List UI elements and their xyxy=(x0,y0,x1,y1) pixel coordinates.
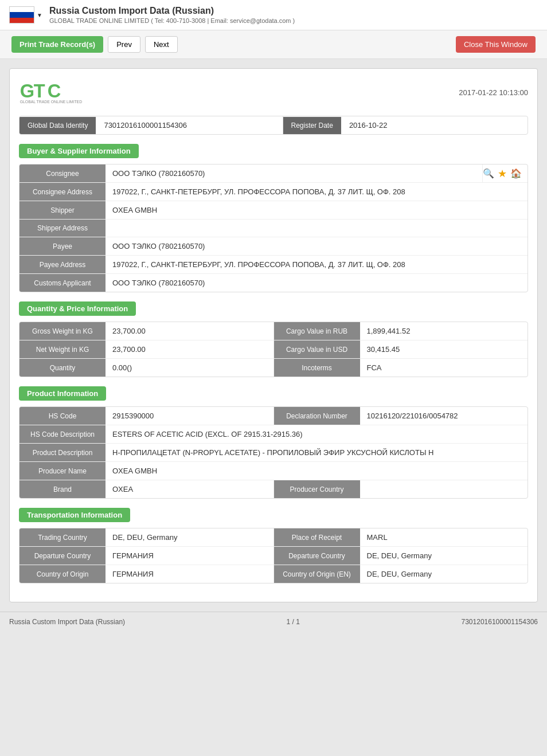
card-header: G T C GLOBAL TRADE ONLINE LIMITED 2017-0… xyxy=(19,78,528,107)
consignee-address-value: 197022, Г., САНКТ-ПЕТЕРБУРГ, УЛ. ПРОФЕСС… xyxy=(106,183,528,201)
hs-code-row: HS Code 2915390000 Declaration Number 10… xyxy=(19,407,528,425)
departure-country-en-value: DE, DEU, Germany xyxy=(360,547,528,565)
hs-code-value: 2915390000 xyxy=(106,407,274,425)
product-desc-row: Product Description Н-ПРОПИЛАЦЕТАТ (N-PR… xyxy=(19,444,528,462)
hs-code-label: HS Code xyxy=(19,407,106,425)
flag-icon xyxy=(9,6,34,23)
hs-code-desc-row: HS Code Description ESTERS OF ACETIC ACI… xyxy=(19,425,528,444)
producer-name-label: Producer Name xyxy=(19,462,106,480)
svg-text:G: G xyxy=(20,81,34,101)
quantity-price-section: Quantity & Price Information Gross Weigh… xyxy=(19,301,528,377)
quantity-row: Quantity 0.00() Incoterms FCA xyxy=(19,359,528,377)
shipper-row: Shipper OXEA GMBH xyxy=(19,201,528,220)
quantity-price-title: Quantity & Price Information xyxy=(19,301,136,316)
close-window-button[interactable]: Close This Window xyxy=(456,36,536,53)
producer-name-value: OXEA GMBH xyxy=(106,462,528,480)
main-content: G T C GLOBAL TRADE ONLINE LIMITED 2017-0… xyxy=(0,59,547,612)
place-of-receipt-value: MARL xyxy=(360,528,528,546)
incoterms-value: FCA xyxy=(360,359,528,377)
product-desc-label: Product Description xyxy=(19,444,106,461)
consignee-value: ООО ТЭЛКО (7802160570) xyxy=(106,164,483,182)
country-of-origin-en-label: Country of Origin (EN) xyxy=(274,565,360,583)
customs-applicant-row: Customs Applicant ООО ТЭЛКО (7802160570) xyxy=(19,274,528,292)
flag-dropdown-icon[interactable]: ▼ xyxy=(37,12,42,18)
buyer-supplier-grid: Consignee ООО ТЭЛКО (7802160570) 🔍 ★ 🏠 C… xyxy=(19,164,528,292)
record-datetime: 2017-01-22 10:13:00 xyxy=(459,88,528,97)
toolbar: Print Trade Record(s) Prev Next Close Th… xyxy=(0,30,547,59)
star-icon[interactable]: ★ xyxy=(498,167,507,180)
product-info-grid: HS Code 2915390000 Declaration Number 10… xyxy=(19,406,528,499)
print-button[interactable]: Print Trade Record(s) xyxy=(11,36,103,53)
gross-weight-label: Gross Weight in KG xyxy=(19,322,106,340)
svg-text:C: C xyxy=(48,81,61,101)
global-data-identity-value: 73012016100001154306 xyxy=(96,116,283,134)
search-icon[interactable]: 🔍 xyxy=(483,168,494,179)
quantity-price-grid: Gross Weight in KG 23,700.00 Cargo Value… xyxy=(19,322,528,377)
trading-country-label: Trading Country xyxy=(19,528,106,546)
country-of-origin-value: ГЕРМАНИЯ xyxy=(106,565,274,583)
consignee-icons: 🔍 ★ 🏠 xyxy=(483,164,528,182)
payee-address-row: Payee Address 197022, Г., САНКТ-ПЕТЕРБУР… xyxy=(19,256,528,274)
payee-address-value: 197022, Г., САНКТ-ПЕТЕРБУРГ, УЛ. ПРОФЕСС… xyxy=(106,256,528,273)
departure-country-en-label: Departure Country xyxy=(274,547,360,565)
register-date-value: 2016-10-22 xyxy=(341,116,528,134)
shipper-value: OXEA GMBH xyxy=(106,201,528,219)
declaration-number-value: 10216120/221016/0054782 xyxy=(360,407,528,425)
customs-applicant-label: Customs Applicant xyxy=(19,274,106,292)
transportation-title: Transportation Information xyxy=(19,508,130,522)
producer-country-label: Producer Country xyxy=(274,480,360,498)
buyer-supplier-section: Buyer & Supplier Information Consignee О… xyxy=(19,144,528,292)
producer-country-value xyxy=(360,480,528,498)
next-button[interactable]: Next xyxy=(145,36,178,53)
cargo-usd-value: 30,415.45 xyxy=(360,340,528,358)
home-icon[interactable]: 🏠 xyxy=(510,168,522,179)
place-of-receipt-label: Place of Receipt xyxy=(274,528,360,546)
producer-name-row: Producer Name OXEA GMBH xyxy=(19,462,528,480)
payee-address-label: Payee Address xyxy=(19,256,106,273)
buyer-supplier-title: Buyer & Supplier Information xyxy=(19,144,139,158)
country-of-origin-en-value: DE, DEU, Germany xyxy=(360,565,528,583)
trading-country-value: DE, DEU, Germany xyxy=(106,528,274,546)
footer-center: 1 / 1 xyxy=(287,618,300,626)
brand-value: OXEA xyxy=(106,480,274,498)
shipper-address-label: Shipper Address xyxy=(19,220,106,237)
consignee-address-row: Consignee Address 197022, Г., САНКТ-ПЕТЕ… xyxy=(19,183,528,201)
payee-label: Payee xyxy=(19,237,106,255)
gross-weight-value: 23,700.00 xyxy=(106,322,274,340)
departure-country-row: Departure Country ГЕРМАНИЯ Departure Cou… xyxy=(19,547,528,565)
header-title: Russia Custom Import Data (Russian) GLOB… xyxy=(49,6,538,24)
shipper-address-value xyxy=(106,220,528,237)
gross-weight-row: Gross Weight in KG 23,700.00 Cargo Value… xyxy=(19,322,528,340)
app-title: Russia Custom Import Data (Russian) xyxy=(49,6,538,16)
quantity-label: Quantity xyxy=(19,359,106,377)
payee-value: ООО ТЭЛКО (7802160570) xyxy=(106,237,528,255)
svg-text:T: T xyxy=(34,81,45,101)
svg-text:GLOBAL TRADE ONLINE LIMITED: GLOBAL TRADE ONLINE LIMITED xyxy=(20,100,82,104)
hs-code-desc-value: ESTERS OF ACETIC ACID (EXCL. OF 2915.31-… xyxy=(106,425,528,443)
country-of-origin-label: Country of Origin xyxy=(19,565,106,583)
logo-area: G T C GLOBAL TRADE ONLINE LIMITED xyxy=(19,78,88,107)
record-card: G T C GLOBAL TRADE ONLINE LIMITED 2017-0… xyxy=(9,68,538,602)
footer-left: Russia Custom Import Data (Russian) xyxy=(9,618,125,626)
cargo-usd-label: Cargo Value in USD xyxy=(274,340,360,358)
consignee-label: Consignee xyxy=(19,164,106,182)
consignee-row: Consignee ООО ТЭЛКО (7802160570) 🔍 ★ 🏠 xyxy=(19,164,528,183)
net-weight-label: Net Weight in KG xyxy=(19,340,106,358)
transportation-section: Transportation Information Trading Count… xyxy=(19,508,528,583)
register-date-label: Register Date xyxy=(283,117,341,134)
product-info-section: Product Information HS Code 2915390000 D… xyxy=(19,386,528,499)
brand-label: Brand xyxy=(19,480,106,498)
payee-row: Payee ООО ТЭЛКО (7802160570) xyxy=(19,237,528,256)
customs-applicant-value: ООО ТЭЛКО (7802160570) xyxy=(106,274,528,292)
shipper-label: Shipper xyxy=(19,201,106,219)
identity-row: Global Data Identity 7301201610000115430… xyxy=(19,116,528,135)
transportation-grid: Trading Country DE, DEU, Germany Place o… xyxy=(19,528,528,583)
header: ▼ Russia Custom Import Data (Russian) GL… xyxy=(0,0,547,30)
prev-button[interactable]: Prev xyxy=(108,36,140,53)
country-of-origin-row: Country of Origin ГЕРМАНИЯ Country of Or… xyxy=(19,565,528,583)
footer-right: 73012016100001154306 xyxy=(462,618,538,626)
departure-country-label: Departure Country xyxy=(19,547,106,565)
quantity-value: 0.00() xyxy=(106,359,274,377)
trading-country-row: Trading Country DE, DEU, Germany Place o… xyxy=(19,528,528,547)
product-info-title: Product Information xyxy=(19,386,106,401)
